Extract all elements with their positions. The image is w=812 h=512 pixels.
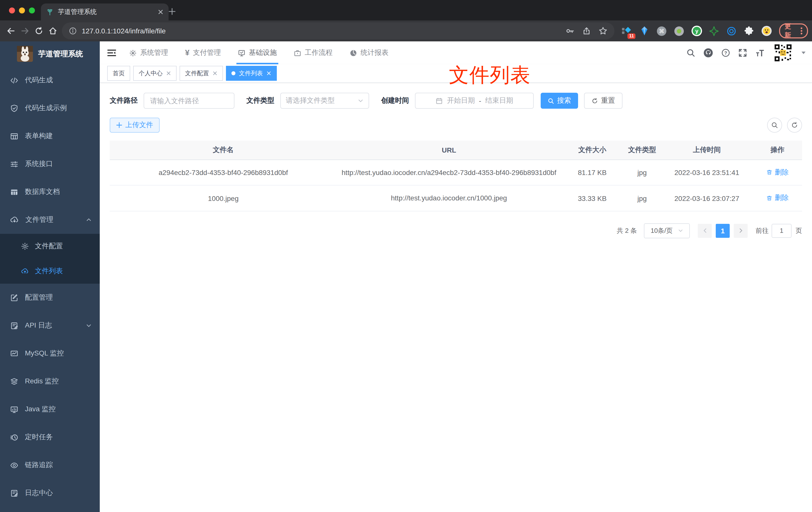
upload-file-button[interactable]: 上传文件 — [110, 118, 160, 132]
monitor-check-icon — [238, 49, 245, 57]
sidebar-subitem-file-list[interactable]: 文件列表 — [0, 259, 100, 284]
forward-icon[interactable] — [18, 24, 32, 38]
avatar-caret-icon[interactable] — [801, 51, 806, 55]
reload-icon[interactable] — [32, 24, 46, 38]
extension-rings-icon[interactable] — [726, 25, 737, 36]
delete-button[interactable]: 删除 — [766, 194, 788, 203]
topnav-item-reports[interactable]: 统计报表 — [341, 41, 397, 64]
dashboard-icon — [350, 49, 357, 57]
bookmark-star-icon[interactable] — [599, 26, 608, 35]
share-icon[interactable] — [582, 26, 591, 35]
maximize-window-button[interactable] — [29, 7, 35, 13]
kebab-menu-icon[interactable] — [801, 27, 803, 35]
sidebar-item-file-management[interactable]: 文件管理 — [0, 206, 100, 234]
url-text[interactable]: 127.0.0.1:1024/infra/file/file — [82, 27, 166, 35]
tab-close-icon[interactable] — [157, 9, 164, 15]
sidebar-item-log-center[interactable]: 日志中心 — [0, 479, 100, 507]
toggle-search-button[interactable] — [767, 118, 782, 132]
svg-text:⌘: ⌘ — [659, 28, 665, 34]
minimize-window-button[interactable] — [19, 7, 25, 13]
tag-close-icon[interactable] — [266, 71, 271, 76]
close-window-button[interactable] — [9, 7, 15, 13]
sidebar-item-form-builder[interactable]: 表单构建 — [0, 122, 100, 150]
sidebar-collapse-icon[interactable] — [107, 48, 117, 58]
avatar-qr-code[interactable] — [773, 43, 793, 63]
extension-devtools-icon[interactable]: 11 — [621, 25, 633, 36]
sliders-icon — [10, 160, 19, 168]
topnav-item-infrastructure[interactable]: 基础设施 — [229, 41, 285, 64]
extension-command-icon[interactable]: ⌘ — [657, 25, 667, 36]
page-size-select[interactable]: 10条/页 — [644, 223, 690, 238]
extension-y-icon[interactable]: y — [691, 25, 702, 36]
app-logo-row[interactable]: 芋道管理系统 — [0, 41, 100, 66]
tag-file-config[interactable]: 文件配置 — [179, 66, 223, 81]
back-icon[interactable] — [4, 24, 18, 38]
select-chevron-down-icon — [677, 228, 683, 234]
github-icon[interactable] — [703, 48, 713, 58]
topnav-item-workflow[interactable]: 工作流程 — [285, 41, 341, 64]
help-icon[interactable]: ? — [721, 48, 730, 57]
sidebar-item-code-example[interactable]: 代码生成示例 — [0, 94, 100, 122]
cell-url: http://test.yudao.iocoder.cn/1000.jpeg — [337, 185, 561, 211]
topnav-item-system[interactable]: 系统管理 — [121, 41, 177, 64]
page-unit-label: 页 — [795, 226, 802, 235]
sidebar-item-scheduled-tasks[interactable]: 定时任务 — [0, 423, 100, 451]
next-page-button[interactable] — [734, 224, 748, 238]
tab-title: 芋道管理系统 — [58, 7, 154, 17]
search-icon[interactable] — [686, 48, 695, 57]
sidebar-item-code-generation[interactable]: 代码生成 — [0, 66, 100, 94]
password-key-icon[interactable] — [566, 26, 575, 35]
cell-url: http://test.yudao.iocoder.cn/a294ecb2-73… — [337, 160, 561, 185]
sidebar-item-config-management[interactable]: 配置管理 — [0, 284, 100, 311]
col-filetype: 文件类型 — [624, 141, 661, 160]
file-path-field[interactable] — [144, 93, 234, 109]
goto-page-input[interactable] — [772, 224, 791, 238]
browser-toolbar: 127.0.0.1:1024/infra/file/file 11 — [0, 21, 812, 41]
sidebar-item-system-api[interactable]: 系统接口 — [0, 150, 100, 178]
table-header-row: 文件名 URL 文件大小 文件类型 上传时间 操作 — [110, 141, 802, 160]
topnav-item-payment[interactable]: ¥ 支付管理 — [177, 41, 229, 64]
sidebar-item-tracing[interactable]: 链路追踪 — [0, 451, 100, 479]
tag-home[interactable]: 首页 — [107, 66, 130, 81]
app-title: 芋道管理系统 — [38, 49, 83, 59]
address-bar[interactable]: 127.0.0.1:1024/infra/file/file — [62, 23, 614, 39]
search-button[interactable]: 搜索 — [541, 93, 578, 109]
extension-emoji-icon[interactable] — [761, 25, 772, 36]
tag-file-list[interactable]: 文件列表 — [226, 66, 277, 81]
date-end-placeholder[interactable]: 结束日期 — [485, 96, 513, 105]
tag-close-icon[interactable] — [212, 71, 218, 76]
date-range-picker[interactable]: 开始日期 - 结束日期 — [415, 93, 534, 109]
reset-button[interactable]: 重置 — [584, 93, 622, 109]
cell-filetype: jpg — [624, 160, 661, 185]
sidebar-item-redis-monitor[interactable]: Redis 监控 — [0, 367, 100, 395]
browser-tab[interactable]: 芋道管理系统 — [41, 3, 169, 21]
tag-profile[interactable]: 个人中心 — [133, 66, 177, 81]
extensions-puzzle-icon[interactable] — [744, 25, 755, 36]
file-type-select[interactable]: 请选择文件类型 — [280, 93, 369, 109]
file-path-input[interactable] — [144, 97, 234, 105]
fullscreen-icon[interactable] — [738, 48, 747, 57]
col-uploadtime: 上传时间 — [661, 141, 753, 160]
new-tab-button[interactable] — [166, 5, 179, 18]
delete-button[interactable]: 删除 — [766, 168, 788, 177]
sidebar-item-java-monitor[interactable]: Java 监控 — [0, 395, 100, 423]
extension-gem-icon[interactable] — [639, 25, 650, 36]
sidebar-subitem-file-config[interactable]: 文件配置 — [0, 234, 100, 259]
tag-close-icon[interactable] — [166, 71, 171, 76]
refresh-table-button[interactable] — [787, 118, 802, 132]
cell-filesize: 33.33 KB — [561, 185, 624, 211]
prev-page-button[interactable] — [698, 224, 712, 238]
sidebar-item-mysql-monitor[interactable]: MySQL 监控 — [0, 339, 100, 367]
sidebar-item-api-log[interactable]: API 日志 — [0, 311, 100, 339]
date-start-placeholder[interactable]: 开始日期 — [447, 96, 475, 105]
goto-label: 前往 — [756, 226, 768, 235]
site-info-icon[interactable] — [69, 27, 77, 35]
main-panel: 系统管理 ¥ 支付管理 基础设施 工作流程 — [100, 41, 812, 512]
home-icon[interactable] — [46, 24, 60, 38]
extension-dot-icon[interactable] — [674, 25, 685, 36]
page-number-button[interactable]: 1 — [716, 224, 730, 238]
browser-update-button[interactable]: 更新 — [779, 24, 808, 38]
font-size-icon[interactable] — [755, 48, 765, 57]
sidebar-item-db-doc[interactable]: 数据库文档 — [0, 178, 100, 206]
extension-star-icon[interactable] — [709, 25, 720, 36]
